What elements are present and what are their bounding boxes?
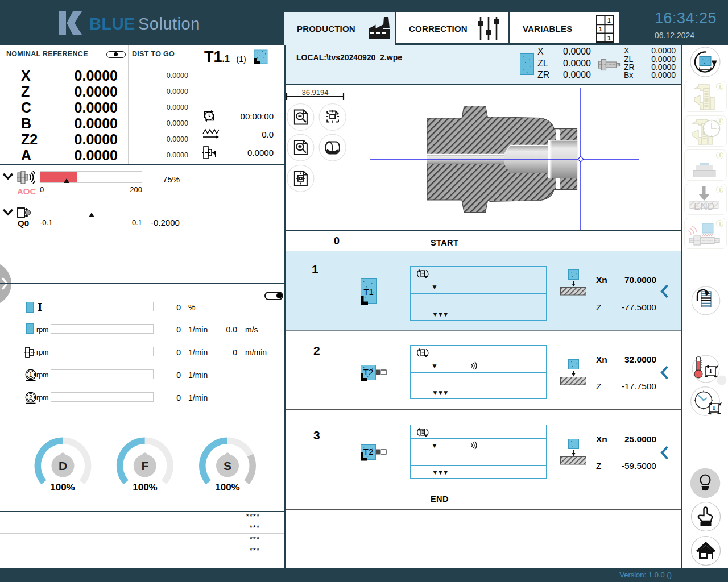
- svg-text:1: 1: [607, 18, 611, 24]
- svg-text:D: D: [59, 459, 67, 472]
- svg-text:1: 1: [599, 26, 602, 32]
- svg-text:1: 1: [29, 371, 32, 378]
- svg-text:I: I: [713, 404, 715, 411]
- svg-text:36.9194: 36.9194: [302, 88, 329, 97]
- svg-text:S: S: [224, 459, 231, 472]
- svg-text:END: END: [694, 201, 714, 212]
- svg-text:2: 2: [29, 394, 32, 401]
- svg-text:T2: T2: [363, 367, 374, 377]
- svg-text:I: I: [709, 367, 712, 374]
- svg-text:T1: T1: [363, 287, 374, 297]
- svg-text:1: 1: [607, 35, 611, 41]
- svg-text:T2: T2: [363, 447, 374, 456]
- svg-text:F: F: [141, 459, 148, 472]
